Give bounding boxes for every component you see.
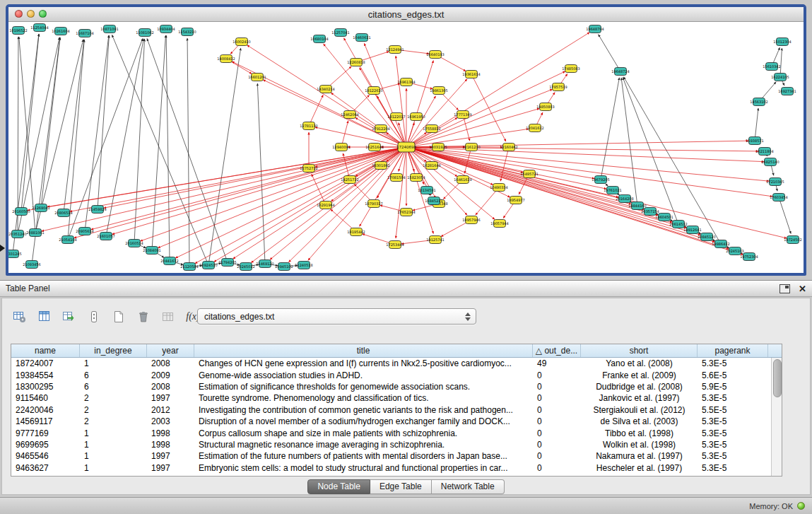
table-cell: 5.3E-5 xyxy=(698,358,768,368)
column-header-1[interactable]: in_degree xyxy=(80,344,147,357)
svg-text:21093456: 21093456 xyxy=(23,262,40,267)
table-cell: 5.3E-5 xyxy=(698,463,768,473)
svg-text:20924510: 20924510 xyxy=(199,263,217,267)
network-window-titlebar[interactable]: citations_edges.txt xyxy=(8,7,804,22)
table-row[interactable]: 946362711997Embryonic stem cells: a mode… xyxy=(11,462,782,474)
table-cell: 1 xyxy=(80,463,147,473)
table-cell: 1997 xyxy=(147,463,194,473)
zoom-window-icon[interactable] xyxy=(39,10,47,18)
table-row[interactable]: 2242004622012Investigating the contribut… xyxy=(11,404,782,416)
svg-text:14563102: 14563102 xyxy=(750,100,767,104)
svg-text:20905614: 20905614 xyxy=(76,229,93,233)
table-cell: 0 xyxy=(533,440,581,450)
column-header-5[interactable]: short xyxy=(581,344,698,357)
svg-text:18195442: 18195442 xyxy=(347,230,365,234)
table-body: 1872400712008Changes of HCN gene express… xyxy=(11,358,782,474)
close-panel-icon[interactable]: ✕ xyxy=(799,284,806,293)
svg-text:21459824: 21459824 xyxy=(88,207,106,211)
svg-text:19057944: 19057944 xyxy=(490,221,508,226)
table-options-icon[interactable] xyxy=(11,308,29,326)
svg-text:11687104: 11687104 xyxy=(76,31,93,35)
svg-text:19361614: 19361614 xyxy=(462,72,480,76)
network-table-select[interactable]: citations_edges.txt xyxy=(197,308,476,325)
column-header-0[interactable]: name xyxy=(11,344,80,357)
svg-text:20160514: 20160514 xyxy=(125,241,143,245)
svg-text:10261604: 10261604 xyxy=(52,29,69,33)
table-cell: de Silva et al. (2003) xyxy=(581,416,698,426)
table-row[interactable]: 1830029562008Estimation of significance … xyxy=(11,381,782,392)
network-view-window[interactable]: citations_edges.txt 17240698180319251628… xyxy=(6,4,806,276)
rename-column-icon[interactable] xyxy=(159,308,177,326)
table-row[interactable]: 911546021997Tourette syndrome. Phenomeno… xyxy=(11,392,782,404)
tab-edge-table[interactable]: Edge Table xyxy=(370,479,432,494)
column-header-2[interactable]: year xyxy=(147,344,194,357)
table-cell: Disruption of a novel member of a sodium… xyxy=(194,416,533,426)
table-cell: 14569117 xyxy=(11,416,80,426)
table-vertical-scrollbar[interactable] xyxy=(771,358,782,476)
svg-text:11081062: 11081062 xyxy=(136,30,153,35)
select-arrows-icon xyxy=(465,313,471,321)
svg-text:19648724: 19648724 xyxy=(611,69,629,74)
table-tabs: Node TableEdge TableNetwork Table xyxy=(2,479,810,494)
svg-text:12124941: 12124941 xyxy=(386,47,404,52)
network-canvas-svg[interactable]: 1724069818031925162816481582305417081504… xyxy=(8,22,804,273)
collapse-panel-arrow-icon[interactable] xyxy=(0,245,5,252)
network-canvas[interactable]: 1724069818031925162816481582305417081504… xyxy=(8,22,804,273)
svg-text:10196522: 10196522 xyxy=(9,28,27,33)
svg-text:15134591: 15134591 xyxy=(418,188,435,192)
table-cell: 0 xyxy=(533,428,581,438)
table-row[interactable]: 1938455462009Genome-wide association stu… xyxy=(11,369,782,380)
svg-text:20845120: 20845120 xyxy=(698,235,715,239)
memory-status-led-icon[interactable] xyxy=(797,502,805,510)
table-cell: 49 xyxy=(533,358,581,368)
svg-text:21084091: 21084091 xyxy=(143,248,160,252)
column-header-6[interactable]: pagerank xyxy=(698,344,768,357)
tab-node-table[interactable]: Node Table xyxy=(307,479,370,494)
tab-network-table[interactable]: Network Table xyxy=(432,479,505,494)
svg-text:12752712: 12752712 xyxy=(300,166,317,170)
create-column-icon[interactable] xyxy=(110,308,128,326)
svg-text:21120584: 21120584 xyxy=(180,264,198,269)
table-cell: 5.5E-5 xyxy=(698,405,768,415)
import-table-icon[interactable] xyxy=(60,308,78,326)
table-cell: Tourette syndrome. Phenomenology and cla… xyxy=(194,393,533,403)
table-row[interactable]: 977716911998Corpus callosum shape and si… xyxy=(11,427,782,438)
table-cell: 0 xyxy=(533,451,581,461)
table-cell: Investigating the contribution of common… xyxy=(194,405,533,415)
table-cell: Genome-wide association studies in ADHD. xyxy=(194,370,533,380)
table-row[interactable]: 969969511998Structural magnetic resonanc… xyxy=(11,439,782,450)
column-header-4[interactable]: △ out_de... xyxy=(533,344,581,357)
table-cell: 1997 xyxy=(147,393,194,403)
table-row[interactable]: 1872400712008Changes of HCN gene express… xyxy=(11,358,782,369)
svg-text:16002410: 16002410 xyxy=(233,40,250,44)
table-cell: 0 xyxy=(533,382,581,392)
svg-text:12940091: 12940091 xyxy=(332,145,350,149)
svg-text:20881061: 20881061 xyxy=(26,230,44,235)
network-window-title: citations_edges.txt xyxy=(368,9,445,20)
table-cell: Dudbridge et al. (2008) xyxy=(581,382,698,392)
float-panel-icon[interactable] xyxy=(779,284,790,293)
svg-text:12462064: 12462064 xyxy=(341,112,358,117)
show-columns-icon[interactable] xyxy=(35,308,54,326)
table-cell: 1998 xyxy=(147,440,194,450)
svg-text:16291964: 16291964 xyxy=(317,203,334,207)
column-icon[interactable] xyxy=(85,308,103,326)
network-table-select-value: citations_edges.txt xyxy=(204,312,274,322)
table-cell: 2009 xyxy=(147,370,194,380)
column-header-3[interactable]: title xyxy=(194,344,533,357)
svg-text:10460611: 10460611 xyxy=(353,35,370,40)
svg-text:15823054: 15823054 xyxy=(407,175,425,180)
svg-text:16961384: 16961384 xyxy=(397,80,415,84)
minimize-window-icon[interactable] xyxy=(27,10,35,18)
table-toolbar: f(x) xyxy=(11,307,202,327)
table-row[interactable]: 1456911722003Disruption of a novel membe… xyxy=(11,416,782,427)
svg-text:20441672: 20441672 xyxy=(160,259,178,263)
svg-text:21240518: 21240518 xyxy=(295,263,312,267)
table-cell: Corpus callosum shape and size in male p… xyxy=(194,428,533,438)
scrollbar-thumb[interactable] xyxy=(773,359,782,397)
table-row[interactable]: 946554611997Estimation of the future num… xyxy=(11,450,782,462)
svg-text:18301862: 18301862 xyxy=(372,163,389,168)
table-panel-body: f(x) citations_edges.txt namein_degreeye… xyxy=(1,298,811,495)
delete-column-icon[interactable] xyxy=(134,308,153,326)
close-window-icon[interactable] xyxy=(15,10,23,18)
